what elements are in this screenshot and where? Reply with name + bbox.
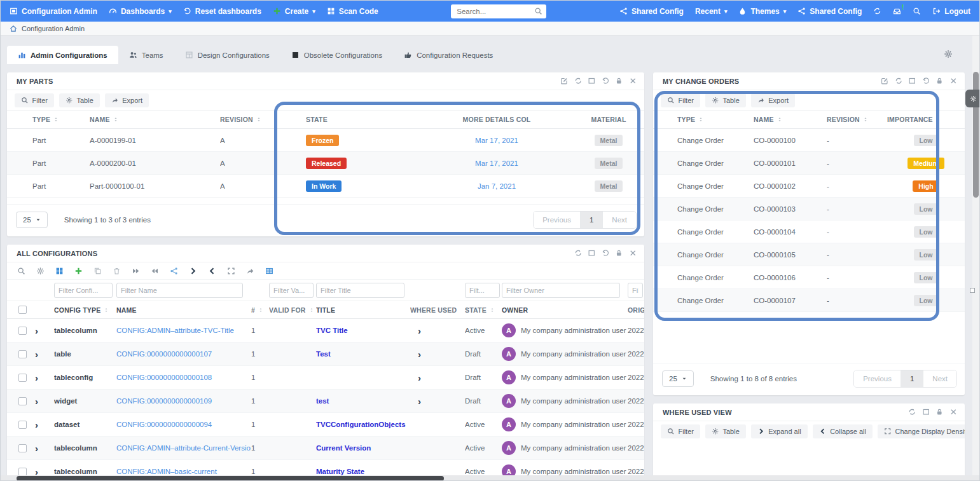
table-row[interactable]: Change Order CO-0000101 - Medium	[653, 152, 965, 175]
table-row[interactable]: › widget CONFIG:0000000000000109 1 test …	[7, 390, 644, 413]
page-size-select[interactable]: 25	[662, 370, 694, 387]
table-view-icon[interactable]	[265, 267, 273, 275]
config-name-link[interactable]: CONFIG:0000000000000109	[116, 397, 212, 405]
table-row[interactable]: Change Order CO-0000104 - Low	[653, 220, 965, 243]
sort-icon[interactable]	[698, 117, 703, 122]
expand-all-button[interactable]: Expand all	[751, 424, 808, 438]
edit-panel-icon[interactable]	[560, 77, 569, 85]
maximize-panel-icon[interactable]	[588, 77, 596, 85]
page-number-button[interactable]: 1	[901, 370, 923, 387]
table-row[interactable]: › tableconfig CONFIG:0000000000000108 1 …	[7, 366, 644, 390]
table-row[interactable]: Change Order CO-0000105 - Low	[653, 243, 965, 266]
tab-design-configurations[interactable]: Design Configurations	[174, 46, 280, 64]
close-panel-icon[interactable]	[949, 77, 958, 85]
filter-button[interactable]: Filter	[661, 93, 700, 107]
expand-chevron[interactable]: ›	[35, 396, 38, 407]
fullscreen-icon[interactable]	[227, 267, 235, 275]
demote-chevron-icon[interactable]	[208, 267, 216, 275]
refresh-panel-icon[interactable]	[895, 77, 903, 85]
table-row[interactable]: Change Order CO-0000102 - High	[653, 175, 965, 198]
sort-icon[interactable]	[104, 308, 109, 313]
search-icon[interactable]	[17, 267, 25, 275]
page-size-select[interactable]: 25	[16, 212, 48, 228]
table-row[interactable]: › dataset CONFIG:0000000000000094 1 TVCC…	[7, 413, 644, 437]
nav-create[interactable]: Create▾	[273, 7, 315, 16]
table-row[interactable]: Part A-0000199-01 A Frozen Mar 17, 2021 …	[7, 129, 644, 152]
table-button[interactable]: Table	[59, 93, 100, 107]
horizontal-scrollbar[interactable]	[1, 475, 980, 481]
lock-panel-icon[interactable]	[615, 77, 623, 85]
more-details-link[interactable]: Mar 17, 2021	[475, 137, 518, 144]
filter-state-input[interactable]	[465, 283, 500, 298]
title-link[interactable]: TVC Title	[316, 327, 348, 334]
filter-title-input[interactable]	[316, 283, 404, 298]
sort-icon[interactable]	[863, 117, 868, 122]
config-name-link[interactable]: CONFIG:ADMIN–attribute-Current-Version	[116, 444, 251, 452]
table-row[interactable]: Part Part-0000100-01 A In Work Jan 7, 20…	[7, 175, 644, 198]
undo-panel-icon[interactable]	[922, 77, 930, 85]
title-link[interactable]: Maturity State	[316, 468, 364, 475]
tab-admin-configurations[interactable]: Admin Configurations	[7, 46, 118, 64]
fast-forward-icon[interactable]	[132, 267, 140, 275]
home-icon[interactable]	[10, 25, 17, 32]
nav-dashboards[interactable]: Dashboards▾	[109, 7, 172, 16]
title-link[interactable]: TVCConfigurationObjects	[316, 421, 406, 428]
filter-originated-input[interactable]	[628, 283, 643, 298]
expand-chevron[interactable]: ›	[35, 419, 38, 430]
columns-icon[interactable]	[55, 267, 64, 275]
maximize-panel-icon[interactable]	[908, 77, 916, 85]
table-row[interactable]: Part A-0000200-01 A Released Mar 17, 202…	[7, 152, 644, 175]
close-panel-icon[interactable]	[629, 249, 637, 257]
resize-handle[interactable]	[970, 288, 975, 293]
undo-panel-icon[interactable]	[602, 77, 610, 85]
horizontal-scrollbar-thumb[interactable]	[17, 476, 444, 481]
add-icon[interactable]	[74, 267, 83, 275]
table-row[interactable]: Change Order CO-0000106 - Low	[653, 266, 965, 289]
export-button[interactable]: Export	[751, 93, 795, 107]
more-details-link[interactable]: Mar 17, 2021	[475, 159, 518, 167]
tab-configuration-requests[interactable]: Configuration Requests	[393, 46, 504, 64]
rewind-icon[interactable]	[151, 267, 159, 275]
promote-chevron-icon[interactable]	[189, 267, 197, 275]
expand-chevron[interactable]: ›	[35, 443, 38, 454]
filter-owner-input[interactable]	[502, 283, 620, 298]
collapse-all-button[interactable]: Collapse all	[813, 424, 873, 438]
row-checkbox[interactable]	[18, 374, 27, 382]
filter-valid-for-input[interactable]	[269, 283, 314, 298]
nav-scan-code[interactable]: Scan Code	[327, 7, 378, 16]
expand-chevron[interactable]: ›	[35, 349, 38, 360]
nav-refresh[interactable]	[873, 7, 881, 15]
nav-reset-dashboards[interactable]: Reset dashboards	[183, 7, 261, 16]
config-name-link[interactable]: CONFIG:0000000000000108	[116, 374, 212, 381]
nav-search-toggle[interactable]	[913, 7, 921, 15]
row-checkbox[interactable]	[18, 327, 27, 335]
table-row[interactable]: Change Order CO-0000100 - Low	[653, 129, 965, 152]
maximize-panel-icon[interactable]	[588, 249, 596, 257]
tab-settings-gear-icon[interactable]	[944, 50, 953, 58]
row-checkbox[interactable]	[18, 444, 27, 452]
where-used-chevron[interactable]: ›	[418, 325, 421, 336]
sort-icon[interactable]	[113, 117, 118, 122]
change-display-density-button[interactable]: Change Display Density	[878, 424, 965, 438]
expand-chevron[interactable]: ›	[35, 372, 38, 383]
table-button[interactable]: Table	[705, 93, 746, 107]
config-name-link[interactable]: CONFIG:ADMIN–basic-current	[116, 468, 217, 475]
lock-panel-icon[interactable]	[935, 408, 944, 416]
sort-icon[interactable]	[258, 308, 263, 313]
filter-config-type-input[interactable]	[54, 283, 113, 298]
where-used-chevron[interactable]: ›	[418, 372, 421, 383]
brand[interactable]: Configuration Admin	[10, 7, 97, 16]
tab-teams[interactable]: Teams	[118, 46, 174, 64]
nav-themes[interactable]: Themes▾	[738, 7, 786, 16]
filter-name-input[interactable]	[116, 283, 243, 298]
table-row[interactable]: › table CONFIG:0000000000000107 1 Test ›…	[7, 342, 644, 366]
sort-icon[interactable]	[777, 117, 782, 122]
close-panel-icon[interactable]	[629, 77, 637, 85]
close-panel-icon[interactable]	[949, 408, 958, 416]
undo-panel-icon[interactable]	[602, 249, 610, 257]
next-page-button[interactable]: Next	[603, 212, 636, 228]
config-name-link[interactable]: CONFIG:0000000000000107	[116, 350, 212, 358]
sort-icon[interactable]	[490, 308, 495, 313]
row-checkbox[interactable]	[18, 350, 27, 358]
breadcrumb-label[interactable]: Configuration Admin	[22, 25, 85, 32]
